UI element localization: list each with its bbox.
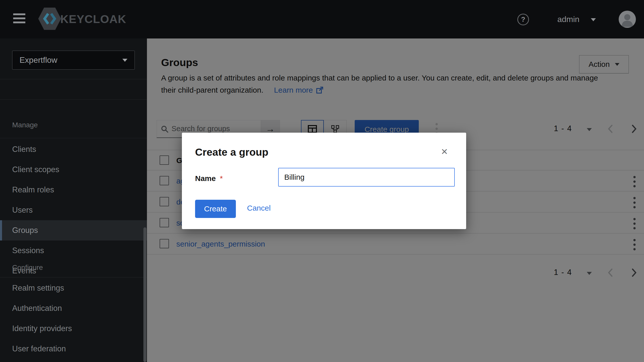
keycloak-logo-icon <box>37 7 62 32</box>
nav-section-manage: Manage <box>12 121 38 129</box>
user-menu-username[interactable]: admin <box>557 15 579 24</box>
sidebar-item-identity-providers[interactable]: Identity providers <box>0 318 147 339</box>
sidebar-item-client-scopes[interactable]: Client scopes <box>0 159 147 180</box>
sidebar-item-users[interactable]: Users <box>0 200 147 220</box>
user-menu-caret-icon[interactable] <box>591 18 596 21</box>
nav-toggle-hamburger-icon[interactable] <box>13 13 25 26</box>
modal-title: Create a group <box>195 146 268 158</box>
required-asterisk: * <box>220 174 223 183</box>
sidebar-item-groups[interactable]: Groups <box>0 220 147 240</box>
create-group-modal: Create a group ✕ Name* Create Cancel <box>182 133 466 229</box>
cancel-button[interactable]: Cancel <box>247 204 271 212</box>
keycloak-wordmark: KEYCLOAK <box>60 13 126 26</box>
sidebar-item-user-federation[interactable]: User federation <box>0 339 147 359</box>
name-field-label: Name* <box>195 174 223 183</box>
masthead: KEYCLOAK ? admin <box>0 0 644 38</box>
realm-selector-caret-icon <box>122 59 127 62</box>
sidebar-divider <box>0 277 147 277</box>
create-button[interactable]: Create <box>195 200 236 218</box>
sidebar-nav: Expertflow Manage Clients Client scopes … <box>0 38 147 362</box>
sidebar-divider <box>0 138 147 138</box>
close-icon[interactable]: ✕ <box>441 147 448 156</box>
sidebar-item-realm-roles[interactable]: Realm roles <box>0 180 147 200</box>
sidebar-item-realm-settings[interactable]: Realm settings <box>0 278 147 298</box>
nav-section-configure: Configure <box>12 264 43 272</box>
sidebar-item-sessions[interactable]: Sessions <box>0 240 147 261</box>
sidebar-divider <box>0 99 147 100</box>
realm-selector[interactable]: Expertflow <box>12 51 135 70</box>
sidebar-item-clients[interactable]: Clients <box>0 139 147 159</box>
group-name-input[interactable] <box>278 168 455 187</box>
keycloak-logo[interactable]: KEYCLOAK <box>37 7 62 31</box>
sidebar-item-authentication[interactable]: Authentication <box>0 298 147 318</box>
person-icon <box>619 11 636 28</box>
sidebar-scrollbar[interactable] <box>143 227 146 362</box>
realm-selector-label: Expertflow <box>20 55 57 65</box>
help-icon[interactable]: ? <box>517 14 529 25</box>
keycloak-admin-console: KEYCLOAK ? admin Expertflow Manage Clien… <box>0 0 644 362</box>
avatar[interactable] <box>619 11 636 28</box>
sidebar-divider <box>0 79 147 79</box>
